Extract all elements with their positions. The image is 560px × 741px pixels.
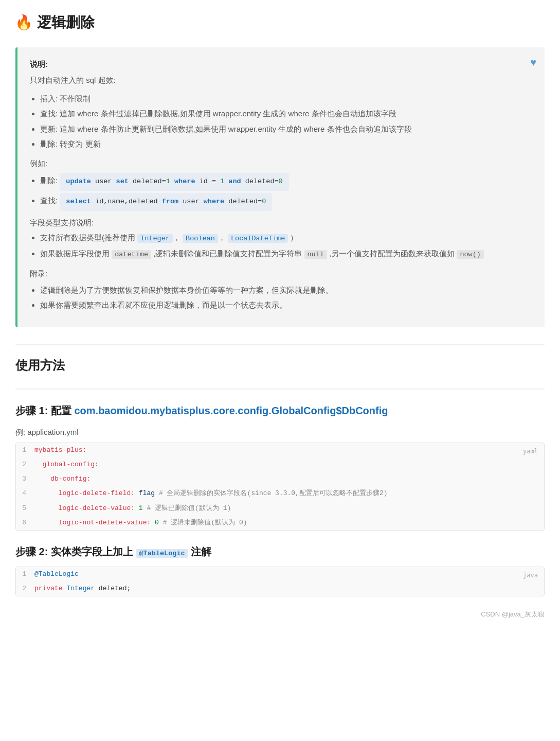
code-null: null bbox=[304, 250, 327, 259]
line-num: 5 bbox=[16, 501, 34, 516]
line-code: logic-delete-value: 1 # 逻辑已删除值(默认为 1) bbox=[34, 501, 544, 516]
line-code: @TableLogic bbox=[34, 567, 544, 581]
line-num: 2 bbox=[16, 581, 34, 596]
step1-lang-label: yaml bbox=[523, 446, 538, 456]
section-divider-2 bbox=[15, 389, 545, 390]
field-rule-2: 如果数据库字段使用 datetime ,逻辑未删除值和已删除值支持配置为字符串 … bbox=[40, 247, 532, 261]
step1-link[interactable]: com.baomidou.mybatisplus.core.config.Glo… bbox=[74, 405, 388, 416]
rule-item: 插入: 不作限制 bbox=[40, 92, 532, 105]
code-row: 4 logic-delete-field: flag # 全局逻辑删除的实体字段… bbox=[16, 486, 544, 501]
example-list: 删除: update user set deleted=1 where id =… bbox=[30, 173, 532, 211]
code-integer: Integer bbox=[137, 234, 173, 243]
step2-annotation: @TableLogic bbox=[136, 549, 188, 558]
example-select-label: 查找: bbox=[40, 196, 58, 205]
section-divider bbox=[15, 344, 545, 345]
info-section-label: 说明: bbox=[30, 58, 532, 71]
step2-title: 步骤 2: 实体类字段上加上 @TableLogic 注解 bbox=[15, 543, 545, 560]
code-localdatetime: LocalDateTime bbox=[228, 234, 288, 243]
code-row: 1 @TableLogic bbox=[16, 567, 544, 581]
code-row: 1 mybatis-plus: bbox=[16, 443, 544, 457]
step2-code-block: java 1 @TableLogic 2 private Integer del… bbox=[15, 567, 545, 596]
code-boolean: Boolean bbox=[183, 234, 218, 243]
example-label: 例如: bbox=[30, 157, 532, 170]
line-code: private Integer deleted; bbox=[34, 581, 544, 596]
rule-item: 查找: 追加 where 条件过滤掉已删除数据,如果使用 wrapper.ent… bbox=[40, 107, 532, 120]
line-code: logic-not-delete-value: 0 # 逻辑未删除值(默认为 0… bbox=[34, 516, 544, 530]
step1-title: 步骤 1: 配置 com.baomidou.mybatisplus.core.c… bbox=[15, 402, 545, 419]
info-intro: 只对自动注入的 sql 起效: bbox=[30, 74, 532, 87]
page-header: 🔥 逻辑删除 bbox=[15, 10, 545, 35]
appendix-item-1: 逻辑删除是为了方便数据恢复和保护数据本身价值等等的一种方案，但实际就是删除。 bbox=[40, 284, 532, 297]
example-delete-label: 删除: bbox=[40, 176, 58, 185]
step2-code-table: 1 @TableLogic 2 private Integer deleted; bbox=[16, 567, 544, 596]
field-rules-list: 支持所有数据类型(推荐使用 Integer， Boolean， LocalDat… bbox=[30, 231, 532, 261]
appendix-list: 逻辑删除是为了方便数据恢复和保护数据本身价值等等的一种方案，但实际就是删除。 如… bbox=[30, 284, 532, 312]
code-row: 5 logic-delete-value: 1 # 逻辑已删除值(默认为 1) bbox=[16, 501, 544, 516]
example-select: 查找: select id,name,deleted from user whe… bbox=[40, 193, 532, 211]
example-delete-code: update user set deleted=1 where id = 1 a… bbox=[60, 173, 288, 191]
footer-credit: CSDN @java_灰太狼 bbox=[15, 609, 545, 620]
line-code: logic-delete-field: flag # 全局逻辑删除的实体字段名(… bbox=[34, 486, 544, 501]
code-row: 3 db-config: bbox=[16, 472, 544, 486]
usage-title: 使用方法 bbox=[15, 355, 545, 376]
step1-example-file: 例: application.yml bbox=[15, 426, 545, 439]
rule-item: 更新: 追加 where 条件防止更新到已删除数据,如果使用 wrapper.e… bbox=[40, 122, 532, 136]
code-row: 2 private Integer deleted; bbox=[16, 581, 544, 596]
code-row: 2 global-config: bbox=[16, 457, 544, 472]
step1-code-table: 1 mybatis-plus: 2 global-config: 3 db-co… bbox=[16, 443, 544, 530]
code-row: 6 logic-not-delete-value: 0 # 逻辑未删除值(默认为… bbox=[16, 516, 544, 530]
info-box: ♥ 说明: 只对自动注入的 sql 起效: 插入: 不作限制 查找: 追加 wh… bbox=[15, 47, 545, 327]
line-num: 1 bbox=[16, 443, 34, 457]
page-title: 逻辑删除 bbox=[37, 10, 95, 35]
field-label: 字段类型支持说明: bbox=[30, 216, 532, 230]
info-rules-list: 插入: 不作限制 查找: 追加 where 条件过滤掉已删除数据,如果使用 wr… bbox=[30, 92, 532, 151]
step2-lang-label: java bbox=[523, 570, 538, 580]
rule-item: 删除: 转变为 更新 bbox=[40, 137, 532, 151]
bookmark-icon: ♥ bbox=[530, 54, 536, 71]
example-delete: 删除: update user set deleted=1 where id =… bbox=[40, 173, 532, 191]
line-num: 4 bbox=[16, 486, 34, 501]
line-num: 3 bbox=[16, 472, 34, 486]
line-code: db-config: bbox=[34, 472, 544, 486]
line-code: mybatis-plus: bbox=[34, 443, 544, 457]
line-num: 6 bbox=[16, 516, 34, 530]
appendix-label: 附录: bbox=[30, 267, 532, 280]
line-num: 1 bbox=[16, 567, 34, 581]
appendix-item-2: 如果你需要频繁查出来看就不应使用逻辑删除，而是以一个状态去表示。 bbox=[40, 298, 532, 312]
field-rule-1: 支持所有数据类型(推荐使用 Integer， Boolean， LocalDat… bbox=[40, 231, 532, 245]
step1-code-block: yaml 1 mybatis-plus: 2 global-config: 3 … bbox=[15, 443, 545, 531]
line-num: 2 bbox=[16, 457, 34, 472]
code-now: now() bbox=[457, 250, 484, 259]
code-datetime: datetime bbox=[112, 250, 151, 259]
flame-icon: 🔥 bbox=[15, 14, 32, 31]
line-code: global-config: bbox=[34, 457, 544, 472]
example-select-code: select id,name,deleted from user where d… bbox=[60, 193, 272, 211]
